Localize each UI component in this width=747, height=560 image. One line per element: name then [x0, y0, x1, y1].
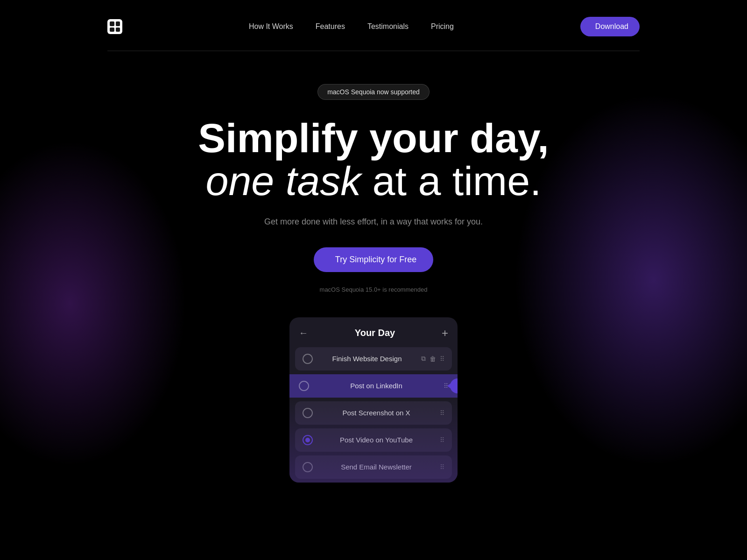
logo-sq-2 — [116, 21, 120, 26]
logo-sq-1 — [110, 21, 114, 26]
drag-icon: ⠿ — [440, 355, 444, 363]
task-item-finish-website: Finish Website Design ⧉ 🗑 ⠿ — [295, 347, 452, 371]
app-preview-header: ← Your Day + — [289, 317, 458, 347]
app-back-button[interactable]: ← — [299, 328, 308, 338]
nav-item-features[interactable]: Features — [316, 22, 345, 31]
hero-footnote: macOS Sequoia 15.0+ is recommended — [320, 286, 428, 293]
copy-icon[interactable]: ⧉ — [421, 355, 426, 363]
drag-icon-video: ⠿ — [440, 436, 444, 444]
task-actions-send-email: ⠿ — [440, 463, 444, 471]
task-actions-post-video: ⠿ — [440, 436, 444, 444]
nav-links: How It Works Features Testimonials Prici… — [249, 22, 454, 31]
nav-download-label: Download — [595, 22, 628, 31]
task-radio-finish-website[interactable] — [303, 354, 313, 364]
task-item-send-email: Send Email Newsletter ⠿ — [295, 455, 452, 479]
task-radio-send-email[interactable] — [303, 462, 313, 472]
hero-badge: macOS Sequoia now supported — [317, 84, 430, 100]
nav-link-features[interactable]: Features — [316, 22, 345, 30]
hero-title-line2: one task at a time. — [107, 160, 640, 203]
hero-title-normal: at a time. — [361, 158, 541, 204]
logo-icon — [107, 19, 122, 34]
task-item-post-linkedin: Post on LinkedIn ⠿ — [289, 374, 458, 398]
nav-item-testimonials[interactable]: Testimonials — [367, 22, 409, 31]
task-label-post-linkedin: Post on LinkedIn — [315, 382, 438, 390]
hero-section: macOS Sequoia now supported Simplify you… — [107, 51, 640, 483]
nav-item-pricing[interactable]: Pricing — [431, 22, 454, 31]
task-label-post-video: Post Video on YouTube — [318, 436, 434, 444]
main-container: How It Works Features Testimonials Prici… — [107, 0, 640, 560]
nav-item-how-it-works[interactable]: How It Works — [249, 22, 293, 31]
hero-cta-label: Try Simplicity for Free — [335, 255, 416, 265]
task-item-post-screenshot: Post Screenshot on X ⠿ — [295, 401, 452, 425]
hero-title-line1: Simplify your day, — [107, 117, 640, 160]
task-actions-post-screenshot: ⠿ — [440, 409, 444, 417]
task-label-post-screenshot: Post Screenshot on X — [318, 409, 434, 417]
nav-download-button[interactable]: Download — [580, 17, 640, 36]
trash-icon[interactable]: 🗑 — [430, 355, 436, 363]
logo-sq-4 — [116, 28, 120, 32]
navbar: How It Works Features Testimonials Prici… — [107, 0, 640, 51]
nav-logo — [107, 19, 122, 34]
nav-link-how-it-works[interactable]: How It Works — [249, 22, 293, 30]
logo-sq-3 — [110, 28, 114, 32]
app-preview-title: Your Day — [355, 328, 395, 338]
hero-cta-button[interactable]: Try Simplicity for Free — [314, 247, 433, 272]
hero-title-italic: one task — [205, 158, 361, 204]
task-radio-post-screenshot[interactable] — [303, 408, 313, 418]
hamza-arrow — [447, 383, 451, 389]
task-radio-post-video[interactable] — [303, 435, 313, 445]
task-label-finish-website: Finish Website Design — [318, 355, 416, 363]
task-radio-post-linkedin[interactable] — [299, 381, 309, 391]
task-actions-finish-website: ⧉ 🗑 ⠿ — [421, 355, 444, 363]
task-label-send-email: Send Email Newsletter — [318, 463, 434, 471]
nav-link-testimonials[interactable]: Testimonials — [367, 22, 409, 30]
drag-icon-email: ⠿ — [440, 463, 444, 471]
task-item-post-video: Post Video on YouTube ⠿ — [295, 428, 452, 452]
app-preview-card: ← Your Day + Finish Website Design ⧉ 🗑 ⠿… — [289, 317, 458, 483]
app-add-button[interactable]: + — [442, 327, 448, 340]
drag-icon-screenshot: ⠿ — [440, 409, 444, 417]
hero-cta-wrapper: Try Simplicity for Free macOS Sequoia 15… — [107, 247, 640, 293]
nav-link-pricing[interactable]: Pricing — [431, 22, 454, 30]
hero-subtitle: Get more done with less effort, in a way… — [107, 217, 640, 227]
